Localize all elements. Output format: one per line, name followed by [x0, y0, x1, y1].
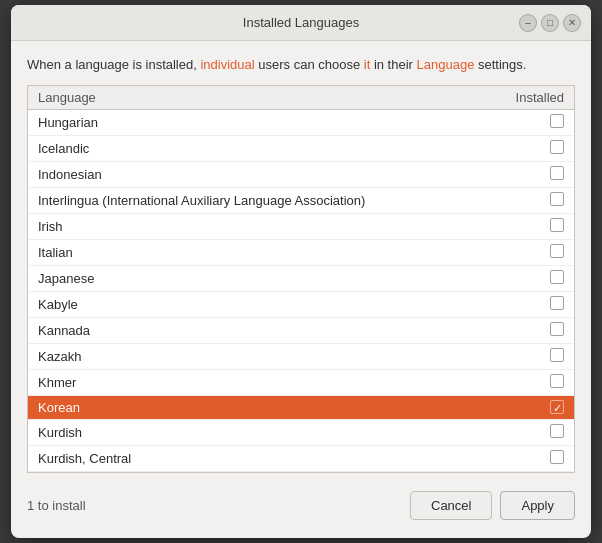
- language-name: Kurdish, Central: [38, 451, 550, 466]
- language-name: Japanese: [38, 271, 550, 286]
- language-name: Interlingua (International Auxiliary Lan…: [38, 193, 550, 208]
- language-name: Indonesian: [38, 167, 550, 182]
- list-item[interactable]: Kurdish: [28, 420, 574, 446]
- list-item[interactable]: Japanese: [28, 266, 574, 292]
- footer: 1 to install Cancel Apply: [27, 483, 575, 524]
- list-item[interactable]: Hungarian: [28, 110, 574, 136]
- installed-checkbox[interactable]: ✓: [550, 400, 564, 415]
- table-header: Language Installed: [28, 86, 574, 110]
- close-button[interactable]: ✕: [563, 14, 581, 32]
- language-name: Kannada: [38, 323, 550, 338]
- highlight-it: it: [364, 57, 371, 72]
- list-item[interactable]: Kabyle: [28, 292, 574, 318]
- list-item[interactable]: Khmer: [28, 370, 574, 396]
- installed-checkbox[interactable]: [550, 348, 564, 365]
- highlight-language: Language: [417, 57, 475, 72]
- list-item[interactable]: Interlingua (International Auxiliary Lan…: [28, 188, 574, 214]
- installed-checkbox[interactable]: [550, 218, 564, 235]
- list-item[interactable]: Indonesian: [28, 162, 574, 188]
- language-name: Khmer: [38, 375, 550, 390]
- highlight-individual: individual: [200, 57, 254, 72]
- language-name: Irish: [38, 219, 550, 234]
- language-name: Hungarian: [38, 115, 550, 130]
- list-item[interactable]: Italian: [28, 240, 574, 266]
- installed-checkbox[interactable]: [550, 450, 564, 467]
- language-name: Icelandic: [38, 141, 550, 156]
- install-count: 1 to install: [27, 498, 86, 513]
- maximize-button[interactable]: □: [541, 14, 559, 32]
- minimize-button[interactable]: –: [519, 14, 537, 32]
- installed-checkbox[interactable]: [550, 296, 564, 313]
- language-name: Kurdish: [38, 425, 550, 440]
- installed-checkbox[interactable]: [550, 424, 564, 441]
- list-item[interactable]: Kurdish, Central: [28, 446, 574, 472]
- installed-checkbox[interactable]: [550, 166, 564, 183]
- language-table: Language Installed HungarianIcelandicInd…: [27, 85, 575, 473]
- installed-checkbox[interactable]: [550, 322, 564, 339]
- cancel-button[interactable]: Cancel: [410, 491, 492, 520]
- col-installed: Installed: [516, 90, 564, 105]
- installed-checkbox[interactable]: [550, 192, 564, 209]
- installed-checkbox[interactable]: [550, 270, 564, 287]
- window-body: When a language is installed, individual…: [11, 41, 591, 538]
- description-text: When a language is installed, individual…: [27, 55, 575, 75]
- list-item[interactable]: Korean✓: [28, 396, 574, 420]
- installed-checkbox[interactable]: [550, 140, 564, 157]
- window-title: Installed Languages: [243, 15, 359, 30]
- language-name: Korean: [38, 400, 550, 415]
- window-controls: – □ ✕: [519, 14, 581, 32]
- list-item[interactable]: Kazakh: [28, 344, 574, 370]
- list-item[interactable]: Icelandic: [28, 136, 574, 162]
- col-language: Language: [38, 90, 96, 105]
- footer-buttons: Cancel Apply: [410, 491, 575, 520]
- installed-checkbox[interactable]: [550, 244, 564, 261]
- installed-checkbox[interactable]: [550, 374, 564, 391]
- installed-checkbox[interactable]: [550, 114, 564, 131]
- language-name: Kabyle: [38, 297, 550, 312]
- titlebar: Installed Languages – □ ✕: [11, 5, 591, 41]
- language-name: Italian: [38, 245, 550, 260]
- list-item[interactable]: Kannada: [28, 318, 574, 344]
- language-name: Kazakh: [38, 349, 550, 364]
- apply-button[interactable]: Apply: [500, 491, 575, 520]
- list-item[interactable]: Irish: [28, 214, 574, 240]
- language-rows: HungarianIcelandicIndonesianInterlingua …: [28, 110, 574, 472]
- installed-languages-dialog: Installed Languages – □ ✕ When a languag…: [11, 5, 591, 538]
